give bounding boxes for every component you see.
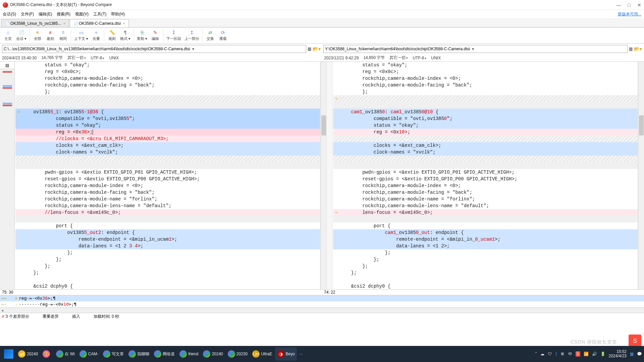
taskbar-item[interactable]: 20240 [201, 347, 225, 361]
code-line[interactable]: status = "okay"; [15, 122, 320, 129]
code-line[interactable]: reg = <0x0c>; [15, 68, 320, 75]
toolbar-编辑[interactable]: ✎编辑 [149, 29, 161, 42]
defender-icon[interactable]: ⛨ [561, 352, 565, 356]
code-line[interactable] [15, 216, 320, 223]
code-line[interactable]: clock-names = "xvclk"; [15, 149, 320, 156]
dropdown-icon[interactable]: ▾ [470, 47, 476, 51]
menu-item[interactable]: 文件(F) [21, 11, 34, 17]
code-line[interactable]: status = "okay"; [333, 62, 638, 68]
toolbar-全部[interactable]: ✳全部 [32, 29, 44, 42]
unified-line[interactable]: ⇦··········reg·=·<0x10>;¶ [0, 301, 644, 307]
taskbar-item[interactable]: ◑Beyo [275, 347, 297, 361]
code-line[interactable]: compatible = "ovti,ov13855"; [15, 115, 320, 122]
code-line[interactable]: data-lanes = <1 2>; [333, 243, 638, 249]
code-line[interactable]: remote-endpoint = <&mipi_in_ucam1>; [15, 236, 320, 243]
unified-diff[interactable]: ⇦⇨» reg·=·<0x36>;¶⇦··········reg·=·<0x10… [0, 295, 644, 307]
code-line[interactable]: rockchip,camera-module-facing = "back"; [15, 189, 320, 196]
code-line[interactable]: rockchip,camera-module-index = <0>; [333, 182, 638, 189]
system-tray[interactable]: ˄ ☁ 🛡 ᛒ ⛨ 中 S 📶 🔊 🔋 15:52 2024/4/23 ▦ 💬 [535, 350, 642, 358]
code-line[interactable]: ⇦ [333, 95, 638, 102]
code-line[interactable]: rockchip,camera-module-index = <0>; [15, 182, 320, 189]
code-line[interactable]: rockchip,camera-module-index = <0>; [15, 75, 320, 82]
code-line[interactable]: }; [15, 249, 320, 256]
grid-icon[interactable]: ▦ [630, 352, 634, 356]
code-line[interactable]: data-lanes = <1 2 3 4>; [15, 243, 320, 249]
code-line[interactable]: clock-names = "xvclk"; [333, 149, 638, 156]
code-line[interactable] [15, 102, 320, 109]
overview-mark[interactable] [3, 105, 12, 106]
browse-right-icon[interactable]: ▥ [629, 47, 633, 51]
code-line[interactable]: }; [333, 269, 638, 276]
left-encoding-dropdown[interactable]: UTF-8 [91, 56, 104, 60]
bluetooth-icon[interactable]: ᛒ [555, 352, 557, 356]
toolbar-会话[interactable]: 📄会话 ▾ [15, 29, 28, 42]
code-line[interactable]: status = "okay"; [333, 122, 638, 129]
overview-mark[interactable] [3, 87, 12, 89]
code-line[interactable]: }; [333, 249, 638, 256]
code-line[interactable] [15, 162, 320, 169]
code-line[interactable]: &csi2 dcphy0 { [333, 283, 638, 289]
taskbar-item[interactable]: CAM- [77, 347, 101, 361]
taskbar-item[interactable]: 我聊聊 [126, 347, 151, 361]
taskbar-item[interactable]: 🎨 [41, 347, 53, 361]
toolbar-规则[interactable]: 📏规则 [106, 29, 118, 42]
code-line[interactable] [333, 216, 638, 223]
sogou-ime-icon[interactable]: S [629, 335, 641, 347]
toolbar-格式[interactable]: ¶格式 ▾ [119, 29, 132, 42]
menu-item[interactable]: 会话(S) [3, 11, 16, 17]
taskbar-item[interactable]: 20230 [226, 347, 250, 361]
wifi-icon[interactable]: 📶 [584, 352, 589, 356]
code-line[interactable]: rockchip,camera-module-lens-name = "defa… [333, 202, 638, 209]
code-line[interactable]: port { [15, 223, 320, 229]
code-line[interactable]: reg = <0x10>; [333, 129, 638, 135]
code-line[interactable]: }; [15, 256, 320, 263]
toolbar-上一部分[interactable]: ↥上一部分 [183, 29, 201, 42]
code-line[interactable] [333, 276, 638, 283]
overview-mark[interactable] [3, 71, 12, 73]
left-path-input[interactable]: C:\...\ov13855\OK3588_Linux_fs_ov13855e\… [2, 45, 306, 53]
code-line[interactable]: }; [333, 263, 638, 269]
code-line[interactable]: rockchip,camera-module-index = <0>; [333, 75, 638, 82]
toolbar-复制[interactable]: ⎘复制 ▾ [136, 29, 149, 42]
code-line[interactable]: rockchip,camera-module-facing = "back"; [333, 82, 638, 88]
code-line[interactable]: }; [333, 256, 638, 263]
toolbar-交换[interactable]: ⇄交换 [204, 29, 216, 42]
code-line[interactable]: compatible = "ovti,ov13850"; [333, 115, 638, 122]
code-line[interactable]: remote-endpoint = <&mipi_in_0_ucam1>; [333, 236, 638, 243]
open-folder-right-icon[interactable]: 📂▾ [634, 46, 642, 52]
overview-top-icon[interactable]: ▤ [0, 62, 14, 69]
taskbar-item[interactable]: 写文章 [101, 347, 126, 361]
browse-left-icon[interactable]: ▥ [308, 47, 311, 51]
code-line[interactable]: //clocks = <&cru CLK_MIPI_CAMARAOUT_M3>; [15, 135, 320, 142]
taskbar-more[interactable]: ··· [298, 347, 305, 361]
code-line[interactable]: ⇨ ov13855_1: ov13855-1@36 { [15, 109, 320, 115]
tab-close-icon[interactable]: × [63, 21, 65, 25]
overview-mark[interactable] [3, 103, 12, 104]
sogou-tray-icon[interactable]: S [576, 351, 580, 357]
minimize-button[interactable]: — [616, 2, 621, 8]
code-line[interactable]: }; [333, 88, 638, 95]
code-line[interactable] [15, 276, 320, 283]
right-scrollbar[interactable] [638, 62, 644, 289]
menu-item[interactable]: 帮助(H) [111, 11, 125, 17]
file-tab[interactable]: 📄OK3588_Linux_fs_ov1385...× [1, 19, 69, 27]
overview-mark[interactable] [3, 85, 12, 87]
code-line[interactable]: //lens-focus = <&vm149c_0>; [15, 209, 320, 216]
overview-gutter[interactable]: ▤ [0, 62, 15, 289]
code-line[interactable] [333, 135, 638, 142]
left-other-dropdown[interactable]: 其它一切 [67, 55, 86, 61]
code-line[interactable]: ⇦ lens-focus = <&vm149c_0>; [333, 209, 638, 216]
code-line[interactable] [15, 95, 320, 102]
left-code[interactable]: status = "okay"; reg = <0x0c>; rockchip,… [15, 62, 320, 289]
tray-time[interactable]: 15:52 [616, 349, 627, 354]
code-line[interactable] [333, 162, 638, 169]
menu-item[interactable]: 编辑(E) [39, 11, 52, 17]
code-line[interactable]: rockchip,camera-module-facing = "back"; [333, 189, 638, 196]
code-line[interactable]: port { [333, 223, 638, 229]
right-encoding-dropdown[interactable]: UTF-8 [413, 56, 426, 60]
right-code[interactable]: status = "okay"; reg = <0x0c>; rockchip,… [332, 62, 638, 289]
close-button[interactable]: ✕ [637, 2, 641, 8]
volume-icon[interactable]: 🔊 [592, 352, 597, 356]
taskbar-item[interactable]: 在 Wi [54, 347, 76, 361]
code-line[interactable]: reset-gpios = <&extio EXTIO_GPIO_P00 GPI… [15, 176, 320, 182]
